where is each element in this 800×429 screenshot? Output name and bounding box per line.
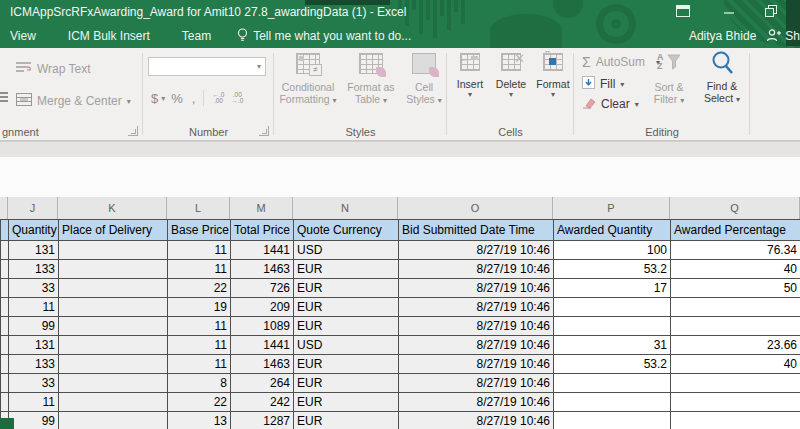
cell[interactable] bbox=[554, 298, 671, 317]
cell[interactable]: 1287 bbox=[231, 412, 294, 429]
cell[interactable]: EUR bbox=[294, 412, 399, 429]
cell-partial[interactable] bbox=[1, 374, 9, 393]
cell[interactable] bbox=[554, 393, 671, 412]
cell[interactable] bbox=[554, 374, 671, 393]
column-header-cell[interactable]: Place of Delivery bbox=[59, 220, 168, 241]
cell[interactable]: 8/27/19 10:46 bbox=[399, 241, 554, 260]
cell[interactable]: 8/27/19 10:46 bbox=[399, 374, 554, 393]
cell-partial[interactable] bbox=[1, 260, 9, 279]
cell[interactable]: 17 bbox=[554, 279, 671, 298]
column-letter-partial[interactable] bbox=[0, 197, 8, 219]
cell[interactable]: 40 bbox=[671, 260, 800, 279]
share-button[interactable]: Sh bbox=[766, 28, 800, 45]
cell[interactable]: 76.34 bbox=[671, 241, 800, 260]
cell[interactable]: 209 bbox=[231, 298, 294, 317]
cell[interactable]: 1441 bbox=[231, 336, 294, 355]
column-letter-O[interactable]: O bbox=[398, 197, 553, 219]
increase-decimal-icon[interactable]: ←.0.00 bbox=[212, 92, 224, 104]
cell[interactable]: 1463 bbox=[231, 260, 294, 279]
format-cells-button[interactable]: ↔ Format ▾ bbox=[533, 53, 573, 99]
cell-partial[interactable] bbox=[1, 355, 9, 374]
column-header-cell[interactable]: Quote Currency bbox=[294, 220, 399, 241]
cell[interactable]: 13 bbox=[168, 412, 231, 429]
column-letter-M[interactable]: M bbox=[230, 197, 293, 219]
column-letter-N[interactable]: N bbox=[293, 197, 398, 219]
cell[interactable]: 8/27/19 10:46 bbox=[399, 412, 554, 429]
signed-in-user[interactable]: Aditya Bhide bbox=[689, 29, 756, 43]
ribbon-display-options-button[interactable] bbox=[668, 2, 698, 20]
cell[interactable]: 242 bbox=[231, 393, 294, 412]
cell-styles-button[interactable]: CellStyles ▾ bbox=[402, 53, 446, 107]
cell[interactable]: 1089 bbox=[231, 317, 294, 336]
cell-partial[interactable] bbox=[1, 336, 9, 355]
cell-partial[interactable] bbox=[1, 393, 9, 412]
column-header-cell[interactable]: Bid Submitted Date Time bbox=[399, 220, 554, 241]
decrease-decimal-icon[interactable]: .00→.0 bbox=[231, 92, 243, 104]
cell-partial[interactable] bbox=[1, 317, 9, 336]
cell[interactable]: 726 bbox=[231, 279, 294, 298]
cell[interactable]: 50 bbox=[671, 279, 800, 298]
cell[interactable]: EUR bbox=[294, 374, 399, 393]
tell-me-box[interactable]: Tell me what you want to do... bbox=[237, 28, 411, 45]
cell[interactable]: 11 bbox=[168, 260, 231, 279]
cell[interactable]: 8/27/19 10:46 bbox=[399, 279, 554, 298]
cell[interactable] bbox=[671, 412, 800, 429]
accounting-dropdown-arrow-icon[interactable]: ▾ bbox=[161, 94, 165, 103]
tab-view[interactable]: View bbox=[6, 29, 40, 43]
minimize-button[interactable] bbox=[714, 2, 744, 20]
number-format-combobox[interactable]: ▾ bbox=[148, 57, 266, 76]
cell[interactable]: EUR bbox=[294, 260, 399, 279]
cell[interactable] bbox=[59, 374, 168, 393]
cell[interactable]: 22 bbox=[168, 393, 231, 412]
cell[interactable]: 131 bbox=[9, 336, 59, 355]
fill-button[interactable]: Fill▾ bbox=[582, 75, 624, 93]
find-select-button[interactable]: Find &Select ▾ bbox=[698, 50, 746, 106]
cell[interactable] bbox=[59, 412, 168, 429]
tab-icm-bulk-insert[interactable]: ICM Bulk Insert bbox=[64, 29, 154, 43]
cell[interactable]: EUR bbox=[294, 279, 399, 298]
column-letter-Q[interactable]: Q bbox=[670, 197, 800, 219]
cell[interactable]: 8/27/19 10:46 bbox=[399, 260, 554, 279]
clear-button[interactable]: Clear▾ bbox=[582, 95, 639, 113]
cell[interactable]: USD bbox=[294, 241, 399, 260]
column-header-cell[interactable]: Base Price bbox=[168, 220, 231, 241]
cell[interactable] bbox=[671, 317, 800, 336]
cell[interactable] bbox=[59, 317, 168, 336]
cell[interactable] bbox=[554, 317, 671, 336]
cell[interactable]: 8/27/19 10:46 bbox=[399, 355, 554, 374]
column-letter-L[interactable]: L bbox=[167, 197, 230, 219]
cell[interactable]: 19 bbox=[168, 298, 231, 317]
number-dialog-launcher[interactable] bbox=[259, 126, 269, 136]
column-header-cell[interactable]: Quantity bbox=[9, 220, 59, 241]
column-letter-K[interactable]: K bbox=[58, 197, 167, 219]
cell[interactable]: 1441 bbox=[231, 241, 294, 260]
cell[interactable]: 33 bbox=[9, 374, 59, 393]
cell[interactable]: 11 bbox=[168, 241, 231, 260]
cell[interactable]: 133 bbox=[9, 260, 59, 279]
cell[interactable] bbox=[671, 298, 800, 317]
cell[interactable]: 11 bbox=[168, 355, 231, 374]
cell[interactable]: EUR bbox=[294, 393, 399, 412]
cell[interactable]: EUR bbox=[294, 298, 399, 317]
cell[interactable] bbox=[59, 298, 168, 317]
alignment-dialog-launcher[interactable] bbox=[128, 126, 138, 136]
cell[interactable]: 22 bbox=[168, 279, 231, 298]
cell[interactable] bbox=[59, 355, 168, 374]
insert-cells-button[interactable]: ← Insert ▾ bbox=[451, 53, 489, 99]
cell[interactable]: 131 bbox=[9, 241, 59, 260]
cell[interactable]: 99 bbox=[9, 412, 59, 429]
column-letter-J[interactable]: J bbox=[8, 197, 58, 219]
cell[interactable] bbox=[59, 393, 168, 412]
column-header-cell[interactable]: Total Price bbox=[231, 220, 294, 241]
cell[interactable]: 264 bbox=[231, 374, 294, 393]
merge-center-button[interactable]: Merge & Center ▾ bbox=[16, 92, 131, 110]
column-header-cell[interactable]: Awarded Quantity bbox=[554, 220, 671, 241]
cell[interactable]: 11 bbox=[9, 298, 59, 317]
align-justify-icon[interactable] bbox=[0, 92, 8, 104]
cell[interactable]: 53.2 bbox=[554, 260, 671, 279]
tab-team[interactable]: Team bbox=[178, 29, 215, 43]
cell-partial[interactable] bbox=[1, 298, 9, 317]
cell[interactable] bbox=[554, 412, 671, 429]
cell[interactable]: 8/27/19 10:46 bbox=[399, 298, 554, 317]
cell[interactable] bbox=[671, 374, 800, 393]
